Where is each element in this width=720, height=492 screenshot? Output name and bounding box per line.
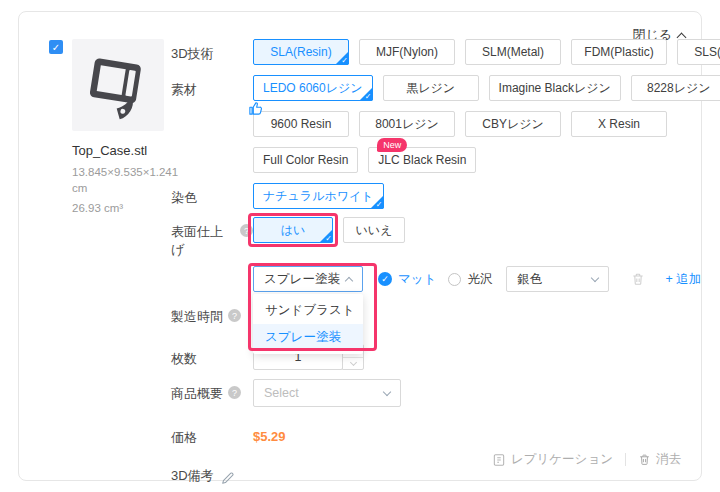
thumbs-up-icon — [248, 101, 263, 119]
tech-option-mjf-nylon[interactable]: MJF(Nylon) — [359, 39, 455, 65]
check-icon: ✓ — [52, 42, 60, 53]
tech-label: 3D技術 — [171, 39, 253, 65]
item-config-card: 閉じる ✓ — [18, 11, 702, 481]
summary-label-text: 商品概要 — [171, 385, 223, 403]
material-option-black-resin[interactable]: 黒レジン — [383, 75, 479, 101]
card-footer: レプリケーション 消去 — [492, 451, 681, 468]
add-finish-link[interactable]: + 追加 — [665, 271, 701, 288]
help-icon[interactable]: ? — [240, 224, 253, 237]
option-label: LEDO 6060レジン — [263, 80, 363, 97]
material-option-9600-resin[interactable]: 9600 Resin — [253, 111, 349, 137]
option-label: SLS(Nylon) — [694, 45, 720, 59]
item-checkbox[interactable]: ✓ — [49, 40, 63, 54]
selected-corner-icon: ✓ — [335, 51, 349, 65]
material-option-imagine-black[interactable]: Imagine Blackレジン — [489, 75, 621, 101]
tech-option-sls-nylon[interactable]: SLS(Nylon) — [677, 39, 720, 65]
price-value: $5.29 — [253, 423, 286, 444]
file-volume: 26.93 cm³ — [72, 202, 168, 214]
material-option-full-color[interactable]: Full Color Resin — [253, 147, 358, 173]
material-label-spacer — [171, 147, 253, 173]
selected-corner-icon: ✓ — [319, 229, 333, 243]
gloss-label[interactable]: 光沢 — [467, 271, 492, 288]
file-name: Top_Case.stl — [72, 143, 168, 158]
tech-option-sla-resin[interactable]: SLA(Resin)✓ — [253, 39, 349, 65]
selected-corner-icon: ✓ — [359, 87, 373, 101]
matte-label[interactable]: マット — [398, 271, 436, 288]
production-time-label-text: 製造時間 — [171, 308, 223, 326]
model-3d-preview — [76, 43, 160, 127]
material-option-8001[interactable]: 8001レジン — [359, 111, 455, 137]
help-icon[interactable]: ? — [228, 309, 241, 322]
option-label: X Resin — [598, 117, 640, 131]
finish-color-select[interactable]: 銀色 — [506, 266, 609, 292]
material-label-spacer — [171, 111, 253, 137]
footer-divider — [625, 453, 626, 466]
production-time-label: 製造時間 ? — [171, 302, 253, 328]
surface-option-yes[interactable]: はい✓ — [253, 217, 333, 243]
surface-option-no[interactable]: いいえ — [343, 217, 405, 243]
option-label: SLM(Metal) — [482, 45, 544, 59]
card-body: ✓ Top_Case.stl 13.845×9.535×1 — [19, 12, 701, 492]
finish-type-select-wrap: スプレー塗装 サンドブラスト スプレー塗装 — [253, 266, 363, 292]
material-option-x-resin[interactable]: X Resin — [571, 111, 667, 137]
material-option-cby[interactable]: CBYレジン — [465, 111, 561, 137]
file-panel: ✓ Top_Case.stl 13.845×9.535×1 — [49, 39, 171, 492]
gloss-radio[interactable] — [448, 273, 461, 286]
select-placeholder: Select — [264, 386, 299, 400]
quantity-label: 枚数 — [171, 344, 253, 370]
option-label: 8001レジン — [375, 116, 439, 133]
dye-label: 染色 — [171, 183, 253, 209]
option-label: FDM(Plastic) — [584, 45, 653, 59]
config-form: 3D技術 SLA(Resin)✓ MJF(Nylon) SLM(Metal) F… — [171, 39, 720, 492]
price-label: 価格 — [171, 423, 253, 447]
finish-type-select[interactable]: スプレー塗装 — [253, 266, 363, 292]
delete-button[interactable]: 消去 — [638, 451, 681, 468]
file-dimensions: 13.845×9.535×1.241 cm — [72, 165, 168, 196]
tech-option-slm-metal[interactable]: SLM(Metal) — [465, 39, 561, 65]
dropdown-option-spray-paint[interactable]: スプレー塗装 — [253, 324, 363, 351]
option-label: 9600 Resin — [271, 117, 332, 131]
surface-label-text: 表面仕上げ — [171, 223, 235, 259]
option-label: Full Color Resin — [263, 153, 348, 167]
finish-label-spacer — [171, 266, 253, 292]
dye-option-natural-white[interactable]: ナチュラルホワイト✓ — [253, 183, 384, 209]
option-label: いいえ — [356, 222, 393, 239]
option-label: 黒レジン — [406, 80, 455, 97]
dropdown-option-sandblast[interactable]: サンドブラスト — [253, 297, 363, 324]
finish-dropdown-menu: サンドブラスト スプレー塗装 — [253, 294, 363, 354]
remove-finish-trash-icon[interactable] — [631, 272, 645, 286]
replicate-document-icon — [492, 453, 506, 467]
replicate-button[interactable]: レプリケーション — [492, 451, 613, 468]
option-label: CBYレジン — [482, 116, 544, 133]
option-label: 8228レジン — [647, 80, 711, 97]
summary-select[interactable]: Select — [253, 379, 401, 407]
chevron-down-icon — [591, 273, 599, 281]
summary-label: 商品概要 ? — [171, 379, 253, 407]
help-icon[interactable]: ? — [228, 386, 241, 399]
material-option-ledo-6060[interactable]: LEDO 6060レジン✓ — [253, 75, 373, 101]
model-thumbnail[interactable] — [72, 39, 164, 131]
select-value: 銀色 — [517, 271, 542, 288]
quantity-decrement-button[interactable] — [343, 357, 363, 370]
option-label: MJF(Nylon) — [376, 45, 438, 59]
option-label: JLC Black Resin — [378, 153, 466, 167]
material-label: 素材 — [171, 75, 253, 101]
select-value: スプレー塗装 — [264, 271, 340, 288]
surface-label: 表面仕上げ ? — [171, 217, 253, 259]
material-option-jlc-black[interactable]: New JLC Black Resin — [368, 147, 476, 173]
remarks-label: 3D備考 — [171, 461, 235, 485]
remarks-label-text: 3D備考 — [171, 467, 214, 485]
chevron-up-icon — [345, 277, 353, 285]
replicate-label: レプリケーション — [511, 451, 613, 468]
option-label: Imagine Blackレジン — [499, 80, 611, 97]
matte-checkbox[interactable]: ✓ — [378, 272, 392, 286]
tech-option-fdm-plastic[interactable]: FDM(Plastic) — [571, 39, 667, 65]
delete-trash-icon — [638, 453, 651, 466]
delete-label: 消去 — [656, 451, 681, 468]
material-option-8228[interactable]: 8228レジン — [631, 75, 720, 101]
option-label: ナチュラルホワイト — [263, 188, 374, 205]
option-label: はい — [281, 222, 306, 239]
option-label: SLA(Resin) — [270, 45, 331, 59]
edit-remarks-pencil-icon[interactable] — [221, 471, 235, 485]
chevron-down-icon — [383, 387, 391, 395]
